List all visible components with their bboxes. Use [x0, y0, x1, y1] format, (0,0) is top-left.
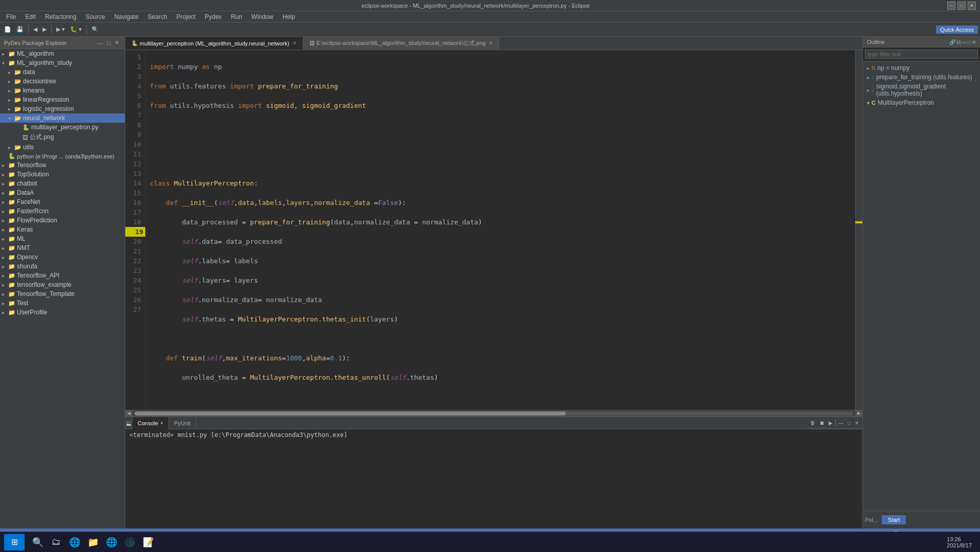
- tree-item-kmeans[interactable]: ▸ 📂 kmeans: [0, 86, 125, 95]
- console-minimize-btn[interactable]: —: [837, 420, 845, 426]
- start-button[interactable]: Start: [882, 515, 906, 524]
- console-run-btn[interactable]: ▶: [827, 420, 834, 426]
- outline-filter-input[interactable]: [865, 50, 978, 59]
- folder-icon: 📁: [8, 272, 15, 279]
- toolbar-forward[interactable]: ▶: [40, 25, 49, 34]
- taskbar-explorer[interactable]: 📁: [85, 534, 101, 550]
- outline-close-btn[interactable]: ✕: [972, 39, 976, 45]
- taskbar-vscode[interactable]: 📝: [140, 534, 157, 550]
- menu-project[interactable]: Project: [172, 12, 199, 21]
- win-clock: 13:26 2021/8/17: [947, 536, 972, 548]
- tab-close-png[interactable]: ✕: [488, 40, 493, 46]
- taskbar-eclipse[interactable]: 🌑: [122, 534, 138, 550]
- menu-source[interactable]: Source: [81, 12, 109, 21]
- tab-pyunit[interactable]: PyUnit: [169, 417, 196, 429]
- tree-item-neural-network[interactable]: ▾ 📂 neural_network: [0, 113, 125, 123]
- tree-item-shurufa[interactable]: ▸ 📁 shurufa: [0, 262, 125, 271]
- tree-item-formula-png[interactable]: 🖼 公式.png: [0, 132, 125, 143]
- quick-access-button[interactable]: Quick Access: [936, 26, 978, 34]
- start-menu-button[interactable]: ⊞: [4, 534, 25, 550]
- toolbar-back[interactable]: ◀: [31, 25, 39, 34]
- outline-collapse-btn[interactable]: ⊟: [956, 39, 961, 45]
- tree-item-dataa[interactable]: ▸ 📁 DataA: [0, 188, 125, 197]
- expand-icon: ▸: [2, 291, 8, 297]
- outline-sync-btn[interactable]: 🔗: [949, 39, 955, 45]
- maximize-button[interactable]: □: [957, 2, 966, 10]
- tree-item-data[interactable]: ▸ 📂 data: [0, 67, 125, 77]
- taskbar-taskview[interactable]: 🗂: [48, 534, 64, 550]
- tree-item-python[interactable]: 🐍 python (e:\Progr ... conda3\python.exe…: [0, 152, 125, 160]
- menu-file[interactable]: File: [2, 12, 20, 21]
- outline-maximize-btn[interactable]: □: [968, 39, 971, 45]
- menu-help[interactable]: Help: [278, 12, 299, 21]
- menu-window[interactable]: Window: [248, 12, 278, 21]
- toolbar-save[interactable]: 💾: [14, 25, 26, 34]
- tree-item-ml-algorithm[interactable]: ▸ 📁 ML_algorithm: [0, 49, 125, 58]
- close-window-button[interactable]: ✕: [968, 2, 976, 10]
- scroll-right-btn[interactable]: ▶: [855, 410, 862, 417]
- outline-item-np[interactable]: ▸ N np = numpy: [865, 63, 978, 73]
- taskbar-chrome[interactable]: 🌐: [103, 534, 120, 550]
- console-tab-dropdown[interactable]: ▾: [161, 421, 163, 426]
- toolbar-debug[interactable]: 🐛 ▾: [68, 25, 84, 34]
- tree-item-opencv[interactable]: ▸ 📁 Opencv: [0, 252, 125, 262]
- project-icon: 📁: [8, 60, 15, 66]
- tree-item-keras[interactable]: ▸ 📁 Keras: [0, 225, 125, 234]
- toolbar-run[interactable]: ▶ ▾: [54, 25, 67, 34]
- code-line-8: def __init__(self,data,labels,layers,nor…: [150, 198, 851, 208]
- tree-item-linearregression[interactable]: ▸ 📂 linearRegression: [0, 95, 125, 104]
- outline-prepare-label: prepare_for_training (utils.features): [876, 74, 972, 81]
- toolbar-new[interactable]: 📄: [2, 25, 13, 34]
- minimize-button[interactable]: ─: [947, 2, 955, 10]
- h-scrollbar[interactable]: ◀ ▶: [125, 410, 862, 416]
- tree-item-decisiontree[interactable]: ▸ 📂 decisiontree: [0, 77, 125, 86]
- scroll-track[interactable]: [135, 411, 853, 416]
- taskbar-search[interactable]: 🔍: [30, 534, 46, 550]
- sidebar-maximize-btn[interactable]: □: [105, 39, 112, 47]
- tree-item-tensorflow-template[interactable]: ▸ 📁 Tensorflow_Template: [0, 289, 125, 298]
- outline-item-mlp[interactable]: ▾ C MultilayerPerceptron: [865, 98, 978, 107]
- menu-pydev[interactable]: Pydev: [201, 12, 226, 21]
- console-close-btn[interactable]: ✕: [853, 420, 860, 426]
- tree-item-logistic[interactable]: ▸ 📂 logistic_regression: [0, 104, 125, 113]
- sidebar-minimize-btn[interactable]: —: [96, 39, 104, 47]
- menu-search[interactable]: Search: [144, 12, 171, 21]
- tree-item-chatbot[interactable]: ▸ 📁 chatbot: [0, 179, 125, 188]
- taskbar-edge[interactable]: 🌐: [66, 534, 83, 550]
- tree-item-tensorflow-api[interactable]: ▸ 📁 Tensorflow_API: [0, 271, 125, 280]
- scroll-thumb[interactable]: [135, 411, 566, 416]
- sidebar-close-btn[interactable]: ✕: [113, 39, 121, 47]
- tree-item-ml[interactable]: ▸ 📁 ML: [0, 234, 125, 243]
- tree-item-facenet[interactable]: ▸ 📁 FaceNet: [0, 197, 125, 206]
- tab-close-multilayer[interactable]: ✕: [293, 40, 297, 46]
- code-line-2: from utils.features import prepare_for_t…: [150, 81, 851, 91]
- console-clear-btn[interactable]: 🗑: [809, 420, 817, 426]
- tree-item-tensorflow[interactable]: ▸ 📁 Tensorflow: [0, 160, 125, 170]
- console-terminate-btn[interactable]: ⏹: [818, 420, 826, 426]
- tree-item-fasterrcnn[interactable]: ▸ 📁 FasterRcnn: [0, 206, 125, 216]
- expand-icon: ▸: [2, 255, 8, 260]
- tree-item-multilayer-py[interactable]: 🐍 multilayer_perceptron.py: [0, 123, 125, 132]
- toolbar-search[interactable]: 🔍: [90, 25, 101, 34]
- code-content[interactable]: import numpy as np from utils.features i…: [146, 50, 855, 410]
- scroll-left-btn[interactable]: ◀: [125, 410, 132, 417]
- menu-run[interactable]: Run: [227, 12, 247, 21]
- tree-item-topsolution[interactable]: ▸ 📁 TopSolution: [0, 170, 125, 179]
- console-maximize-btn[interactable]: □: [846, 420, 852, 426]
- menu-refactoring[interactable]: Refactoring: [41, 12, 80, 21]
- menu-edit[interactable]: Edit: [21, 12, 40, 21]
- outline-item-prepare[interactable]: ▸ ↓ prepare_for_training (utils.features…: [865, 73, 978, 82]
- tree-item-nmt[interactable]: ▸ 📁 NMT: [0, 243, 125, 252]
- outline-item-sigmoid[interactable]: ▸ ↓ sigmoid,sigmoid_gradient (utils.hypo…: [865, 82, 978, 98]
- tree-item-test[interactable]: ▸ 📁 Test: [0, 298, 125, 308]
- tree-item-ml-algorithm-study[interactable]: ▾ 📁 ML_algorithm_study: [0, 58, 125, 67]
- tree-item-userprofile[interactable]: ▸ 📁 UserProfile: [0, 308, 125, 317]
- tree-item-utils[interactable]: ▸ 📂 utils: [0, 143, 125, 152]
- tab-multilayer[interactable]: 🐍 multilayer_perceptron (ML_algorithm_st…: [125, 37, 303, 50]
- tab-console[interactable]: Console ▾: [132, 417, 169, 429]
- menu-navigate[interactable]: Navigate: [110, 12, 142, 21]
- tree-item-tensorflow-example[interactable]: ▸ 📁 tensorflow_example: [0, 280, 125, 289]
- outline-minimize-btn[interactable]: —: [962, 39, 967, 45]
- tab-png[interactable]: 🖼 E:\eclipse-workspace\ML_algorithm_stud…: [303, 37, 500, 50]
- tree-item-flowprediction[interactable]: ▸ 📁 FlowPrediction: [0, 216, 125, 225]
